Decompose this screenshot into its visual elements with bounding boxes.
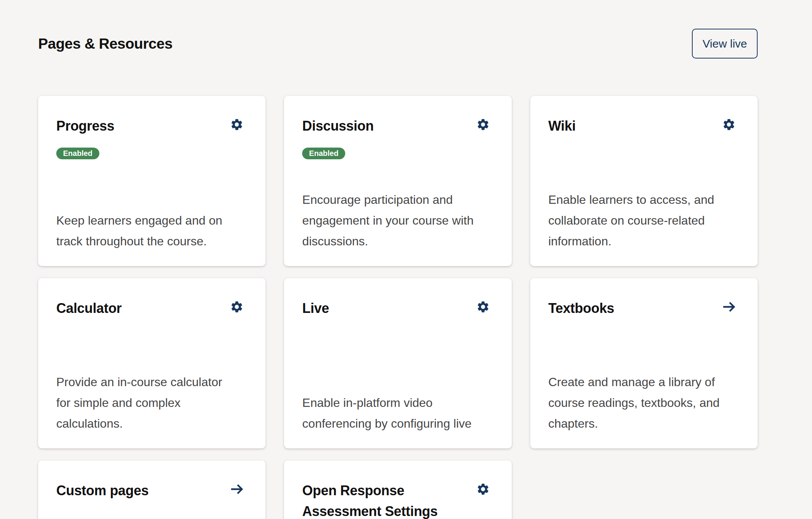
card-calculator[interactable]: Calculator Provide an in-course calculat… [38, 278, 266, 448]
card-calculator-head: Calculator [56, 298, 247, 319]
card-progress-head: Progress [56, 116, 247, 136]
card-textbooks-description: Create and manage a library of course re… [548, 372, 739, 434]
gear-icon [476, 118, 490, 131]
view-live-button[interactable]: View live [692, 29, 758, 59]
card-textbooks-title: Textbooks [548, 298, 614, 319]
custom-pages-open-button[interactable] [230, 482, 244, 496]
gear-icon [230, 118, 244, 131]
card-custom-pages-title: Custom pages [56, 480, 148, 501]
pages-and-resources-page: Pages & Resources View live Progress Ena… [0, 29, 812, 519]
card-custom-pages-head: Custom pages [56, 480, 247, 501]
arrow-forward-icon [230, 482, 244, 496]
card-discussion-title: Discussion [302, 116, 374, 136]
page-header: Pages & Resources View live [38, 29, 758, 59]
card-progress-description: Keep learners engaged and on track throu… [56, 210, 247, 252]
card-progress-badge-row: Enabled [56, 148, 247, 159]
progress-settings-button[interactable] [230, 118, 244, 131]
card-wiki-description: Enable learners to access, and collabora… [548, 189, 739, 252]
card-live-head: Live [302, 298, 493, 319]
gear-icon [722, 118, 736, 131]
card-ora-settings[interactable]: Open Response Assessment Settings [284, 460, 511, 519]
card-wiki-title: Wiki [548, 116, 576, 136]
card-progress-title: Progress [56, 116, 114, 136]
gear-icon [230, 300, 244, 314]
card-calculator-title: Calculator [56, 298, 122, 319]
card-textbooks[interactable]: Textbooks Create and manage a library of… [530, 278, 758, 448]
textbooks-open-button[interactable] [722, 300, 736, 314]
card-calculator-description: Provide an in-course calculator for simp… [56, 372, 247, 434]
card-discussion-head: Discussion [302, 116, 493, 136]
card-discussion[interactable]: Discussion Enabled Encourage participati… [284, 96, 511, 266]
card-discussion-description: Encourage participation and engagement i… [302, 189, 493, 252]
card-progress[interactable]: Progress Enabled Keep learners engaged a… [38, 96, 266, 266]
card-live-title: Live [302, 298, 329, 319]
card-ora-settings-title: Open Response Assessment Settings [302, 480, 457, 519]
calculator-settings-button[interactable] [230, 300, 244, 314]
card-custom-pages[interactable]: Custom pages [38, 460, 266, 519]
page-title: Pages & Resources [38, 35, 173, 52]
card-ora-settings-head: Open Response Assessment Settings [302, 480, 493, 519]
live-settings-button[interactable] [476, 300, 490, 314]
card-live[interactable]: Live Enable in-platform video conferenci… [284, 278, 511, 448]
card-wiki[interactable]: Wiki Enable learners to access, and coll… [530, 96, 758, 266]
resource-card-grid: Progress Enabled Keep learners engaged a… [38, 96, 758, 519]
gear-icon [476, 482, 490, 496]
status-badge: Enabled [56, 148, 99, 159]
ora-settings-button[interactable] [476, 482, 490, 496]
card-wiki-head: Wiki [548, 116, 739, 136]
card-textbooks-head: Textbooks [548, 298, 739, 319]
discussion-settings-button[interactable] [476, 118, 490, 131]
card-live-description: Enable in-platform video conferencing by… [302, 393, 493, 434]
wiki-settings-button[interactable] [722, 118, 736, 131]
arrow-forward-icon [722, 300, 736, 314]
gear-icon [476, 300, 490, 314]
card-discussion-badge-row: Enabled [302, 148, 493, 159]
status-badge: Enabled [302, 148, 345, 159]
